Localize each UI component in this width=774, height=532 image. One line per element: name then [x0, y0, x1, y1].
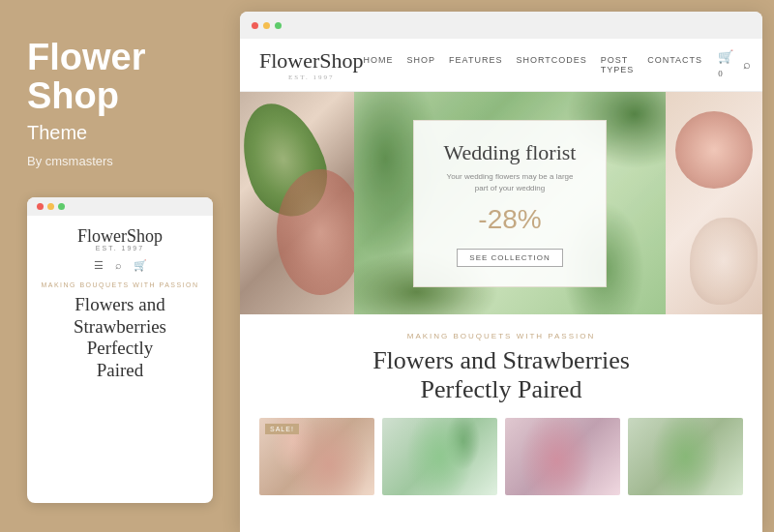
- nav-est: EST. 1997: [259, 74, 364, 81]
- nav-link-contacts[interactable]: Contacts: [647, 55, 702, 74]
- mini-heading: Flowers and Strawberries Perfectly Paire…: [41, 294, 199, 382]
- hero-section: Wedding florist Your wedding flowers may…: [240, 92, 762, 314]
- search-icon[interactable]: ⌕: [743, 57, 751, 73]
- nav-links: Home Shop Features Shortcodes Post Types…: [364, 55, 703, 74]
- hero-center: Wedding florist Your wedding flowers may…: [354, 92, 666, 314]
- sidebar-title: Flower Shop Theme By cmsmasters: [27, 39, 213, 197]
- dot-green: [58, 203, 65, 210]
- promo-title: Wedding florist: [441, 140, 579, 165]
- see-collection-button[interactable]: See Collection: [457, 249, 562, 267]
- mini-menu-icon: ☰: [94, 259, 104, 272]
- browser-content: FlowerShop EST. 1997 Home Shop Features …: [240, 39, 762, 532]
- nav-link-home[interactable]: Home: [364, 55, 394, 74]
- product-row: Sale!: [259, 418, 743, 495]
- promo-subtitle: Your wedding flowers may be a large part…: [441, 171, 579, 194]
- product-thumb-4[interactable]: [628, 418, 743, 495]
- browser-dot-red: [252, 22, 258, 29]
- cart-icon[interactable]: 🛒 0: [718, 49, 733, 80]
- mini-nav-icons: ☰ ⌕ 🛒: [41, 259, 199, 272]
- nav-icons: 🛒 0 ⌕: [718, 49, 751, 80]
- mini-browser-bar: [27, 197, 213, 216]
- below-hero-section: Making Bouquets With Passion Flowers and…: [240, 314, 762, 507]
- nav-link-post-types[interactable]: Post Types: [601, 55, 635, 74]
- hero-left-floral: [240, 92, 354, 314]
- nav-logo-area: FlowerShop EST. 1997: [259, 48, 364, 81]
- promo-discount: -28%: [441, 204, 579, 235]
- browser-dot-green: [275, 22, 282, 29]
- product-thumb-2[interactable]: [382, 418, 497, 495]
- nav-link-shop[interactable]: Shop: [407, 55, 436, 74]
- mini-search-icon: ⌕: [115, 259, 122, 272]
- sidebar: Flower Shop Theme By cmsmasters FlowerSh…: [0, 0, 240, 532]
- top-nav: FlowerShop EST. 1997 Home Shop Features …: [240, 39, 762, 92]
- hero-right-image: [666, 92, 762, 314]
- dot-red: [37, 203, 44, 210]
- browser-bar: [240, 12, 762, 39]
- browser-dot-yellow: [263, 22, 270, 29]
- below-tagline: Making Bouquets With Passion: [259, 332, 743, 340]
- nav-logo: FlowerShop: [259, 48, 364, 74]
- dot-yellow: [47, 203, 54, 210]
- mini-logo: FlowerShop: [41, 227, 199, 245]
- main-browser: FlowerShop EST. 1997 Home Shop Features …: [240, 12, 762, 532]
- mini-est: EST. 1997: [41, 245, 199, 251]
- product-thumb-1[interactable]: Sale!: [259, 418, 374, 495]
- mini-browser-content: FlowerShop EST. 1997 ☰ ⌕ 🛒 Making Bouque…: [27, 216, 213, 394]
- promo-card: Wedding florist Your wedding flowers may…: [413, 120, 607, 287]
- hero-left-image: [240, 92, 354, 314]
- product-thumb-3[interactable]: [505, 418, 620, 495]
- mini-cart-icon: 🛒: [134, 259, 147, 272]
- mini-browser-preview: FlowerShop EST. 1997 ☰ ⌕ 🛒 Making Bouque…: [27, 197, 213, 503]
- sale-badge: Sale!: [265, 424, 299, 434]
- mini-tagline: Making Bouquets With Passion: [41, 281, 199, 288]
- below-heading: Flowers and Strawberries Perfectly Paire…: [259, 346, 743, 404]
- nav-link-shortcodes[interactable]: Shortcodes: [516, 55, 586, 74]
- nav-link-features[interactable]: Features: [449, 55, 502, 74]
